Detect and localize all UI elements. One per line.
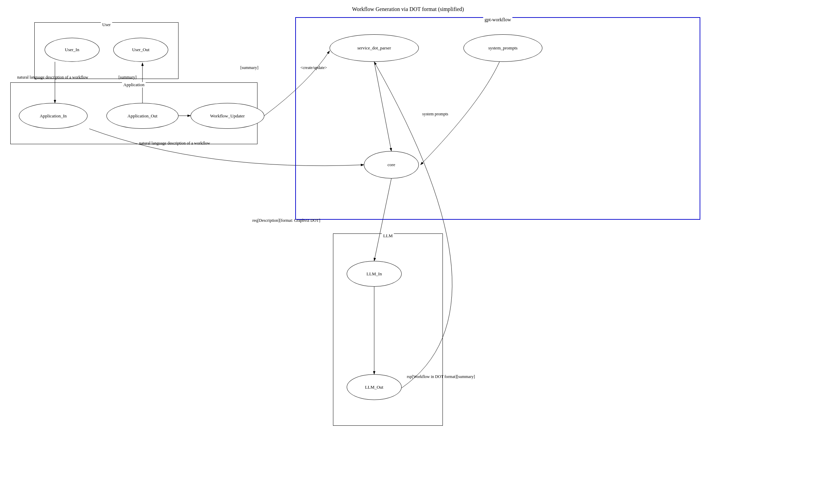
core-label: core [388, 162, 395, 168]
application-in-label: Application_In [40, 113, 67, 119]
diagram-container: Workflow Generation via DOT format (simp… [0, 0, 816, 504]
core-ellipse: core [364, 151, 419, 179]
user-out-label: User_Out [132, 47, 150, 53]
llm-in-ellipse: LLM_In [347, 261, 402, 287]
label-create-update: <create/update> [300, 65, 327, 70]
application-in-ellipse: Application_In [19, 103, 88, 129]
user-in-ellipse: User_In [45, 38, 100, 62]
application-out-label: Application_Out [127, 113, 157, 119]
label-req: req[Description][format: Graphviz DOT] [252, 218, 320, 223]
application-out-ellipse: Application_Out [106, 103, 179, 129]
llm-out-ellipse: LLM_Out [347, 374, 402, 400]
label-system-prompts: system prompts [422, 112, 448, 117]
system-prompts-ellipse: system_prompts [463, 34, 542, 62]
label-natural2: natural language description of a workfl… [139, 141, 210, 146]
workflow-updater-ellipse: Workflow_Updater [191, 103, 264, 129]
label-rsp: rsp[Workflow in DOT format][summary] [407, 374, 475, 379]
user-in-label: User_In [65, 47, 79, 53]
application-box-label: Application [122, 82, 146, 88]
user-box-label: User [101, 22, 112, 27]
label-summary2: [summary] [240, 65, 258, 70]
llm-in-label: LLM_In [367, 271, 382, 277]
label-natural1: natural language description of a workfl… [17, 75, 88, 80]
gpt-workflow-box-label: gpt-workflow [483, 17, 513, 23]
llm-out-label: LLM_Out [365, 385, 383, 390]
user-out-ellipse: User_Out [113, 38, 168, 62]
system-prompts-label: system_prompts [488, 45, 517, 51]
service-dot-parser-ellipse: service_dot_parser [330, 34, 419, 62]
diagram-title: Workflow Generation via DOT format (simp… [352, 6, 464, 12]
service-dot-parser-label: service_dot_parser [357, 45, 391, 51]
label-summary1: [summary] [118, 75, 137, 80]
workflow-updater-label: Workflow_Updater [210, 113, 245, 119]
llm-box-label: LLM [382, 233, 394, 239]
